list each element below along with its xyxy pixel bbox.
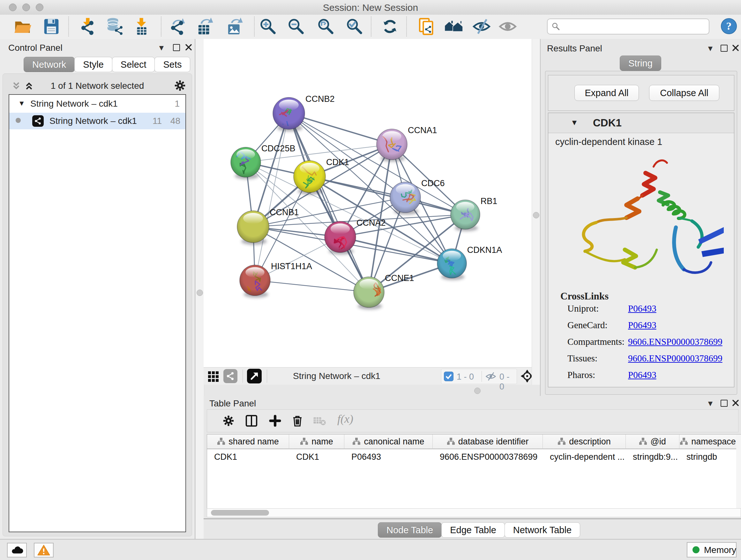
- warning-status-button[interactable]: [34, 543, 54, 557]
- gene-collapse-icon[interactable]: ▼: [570, 118, 578, 127]
- network-options-gear-icon[interactable]: [173, 79, 187, 92]
- detach-view-icon[interactable]: [247, 369, 262, 383]
- add-column-icon[interactable]: [268, 414, 282, 428]
- right-splitter-grip[interactable]: [533, 212, 539, 219]
- cloud-status-button[interactable]: [7, 543, 27, 557]
- cell-@id[interactable]: stringdb:9...: [626, 450, 679, 464]
- tab-node-table[interactable]: Node Table: [378, 522, 442, 538]
- edge-CCNA2-CDKN1A[interactable]: [340, 237, 452, 263]
- right-splitter[interactable]: [532, 39, 541, 385]
- node-HIST1H1A[interactable]: [240, 265, 270, 298]
- column-header-database-identifier[interactable]: database identifier: [433, 435, 543, 449]
- help-icon[interactable]: ?: [721, 18, 737, 35]
- table-panel-float-icon[interactable]: [721, 400, 728, 407]
- collapse-all-button[interactable]: Collapse All: [649, 85, 719, 101]
- crosslink-value[interactable]: P06493: [628, 303, 657, 314]
- hide-selected-eye-icon[interactable]: [472, 17, 491, 36]
- cell-namespace[interactable]: stringdb: [679, 450, 737, 464]
- clone-network-icon[interactable]: [416, 17, 434, 36]
- selected-checkbox-icon[interactable]: [444, 372, 454, 381]
- node-CDC25B[interactable]: [231, 147, 261, 179]
- node-RB1[interactable]: [451, 200, 480, 231]
- show-all-eye-icon[interactable]: [498, 17, 517, 36]
- tab-select[interactable]: Select: [112, 57, 155, 72]
- delete-table-icon[interactable]: [313, 415, 327, 427]
- gene-section-header[interactable]: ▼ CDK1: [548, 113, 734, 133]
- export-network-icon[interactable]: [168, 17, 187, 36]
- search-input[interactable]: [563, 20, 704, 33]
- horizontal-splitter-grip[interactable]: [474, 388, 481, 394]
- delete-column-trash-icon[interactable]: [291, 414, 304, 428]
- show-columns-icon[interactable]: [245, 414, 258, 428]
- control-panel-menu-icon[interactable]: ▼: [158, 44, 165, 52]
- node-CCNA1[interactable]: [377, 129, 407, 162]
- network-graph[interactable]: CCNB2CCNA1CDC25BCDK1CDC6RB1CCNB1CCNA2CDK…: [204, 39, 532, 368]
- table-horizontal-scrollbar[interactable]: [207, 508, 741, 517]
- cell-description[interactable]: cyclin-dependent ...: [543, 450, 626, 464]
- column-header-shared-name[interactable]: shared name: [207, 435, 289, 449]
- cell-database-identifier[interactable]: 9606.ENSP00000378699: [433, 450, 543, 464]
- node-CCNB1[interactable]: [237, 211, 269, 245]
- crosslink-value[interactable]: 9606.ENSP00000378699: [628, 353, 723, 364]
- network-collection-row[interactable]: ▼ String Network – cdk1 1: [9, 96, 185, 112]
- column-header-canonical-name[interactable]: canonical name: [344, 435, 433, 449]
- node-CDC6[interactable]: [390, 182, 421, 215]
- results-panel-float-icon[interactable]: [721, 45, 728, 52]
- zoom-fit-icon[interactable]: [317, 17, 335, 36]
- first-neighbors-icon[interactable]: [444, 17, 463, 36]
- export-image-icon[interactable]: [225, 17, 244, 36]
- crosslink-value[interactable]: 9606.ENSP00000378699: [628, 336, 723, 347]
- control-panel-float-icon[interactable]: [173, 44, 180, 51]
- network-canvas[interactable]: CCNB2CCNA1CDC25BCDK1CDC6RB1CCNB1CCNA2CDK…: [204, 39, 532, 385]
- function-builder-icon[interactable]: f(x): [337, 412, 353, 426]
- hidden-eye-icon[interactable]: [485, 372, 496, 381]
- node-CDK1[interactable]: [293, 161, 326, 195]
- left-splitter[interactable]: [195, 39, 204, 539]
- import-network-icon[interactable]: [78, 17, 97, 36]
- tab-style[interactable]: Style: [74, 57, 112, 72]
- crosslink-value[interactable]: P06493: [628, 370, 657, 380]
- table-panel-menu-icon[interactable]: ▼: [706, 399, 714, 408]
- import-network-database-icon[interactable]: [105, 17, 124, 36]
- column-header-name[interactable]: name: [289, 435, 344, 449]
- cell-name[interactable]: CDK1: [289, 450, 344, 464]
- tab-edge-table[interactable]: Edge Table: [441, 522, 505, 538]
- cell-canonical-name[interactable]: P06493: [344, 450, 433, 464]
- refresh-icon[interactable]: [381, 17, 399, 36]
- node-CDKN1A[interactable]: [437, 249, 467, 280]
- zoom-out-icon[interactable]: [287, 17, 306, 36]
- save-session-icon[interactable]: [42, 17, 61, 36]
- edge-CCNB2-HIST1H1A[interactable]: [255, 113, 289, 280]
- share-view-icon[interactable]: [223, 369, 238, 383]
- table-vertical-scrollbar[interactable]: [736, 434, 741, 509]
- import-table-icon[interactable]: [132, 17, 151, 36]
- node-CCNB2[interactable]: [273, 98, 305, 132]
- tab-network[interactable]: Network: [23, 57, 75, 72]
- crosslink-value[interactable]: P06493: [628, 320, 657, 330]
- zoom-in-icon[interactable]: [259, 17, 277, 36]
- left-splitter-grip[interactable]: [197, 290, 203, 296]
- results-panel-close-icon[interactable]: [732, 44, 739, 51]
- table-panel-close-icon[interactable]: [732, 399, 739, 407]
- tab-sets[interactable]: Sets: [154, 57, 190, 72]
- control-panel-close-icon[interactable]: [185, 44, 192, 51]
- zoom-selected-icon[interactable]: [345, 17, 364, 36]
- results-tab-string[interactable]: String: [620, 56, 661, 71]
- open-session-icon[interactable]: [13, 17, 32, 36]
- column-header-namespace[interactable]: namespace: [679, 435, 737, 449]
- cell-shared-name[interactable]: CDK1: [207, 450, 289, 464]
- node-CCNE1[interactable]: [354, 277, 384, 310]
- export-table-icon[interactable]: [196, 17, 214, 36]
- table-hscroll-thumb[interactable]: [211, 510, 269, 516]
- collection-expand-icon[interactable]: ▼: [18, 99, 25, 108]
- expand-all-button[interactable]: Expand All: [575, 85, 639, 101]
- results-panel-menu-icon[interactable]: ▼: [706, 44, 714, 53]
- network-row[interactable]: String Network – cdk1 11 48: [9, 113, 185, 129]
- memory-button[interactable]: Memory: [687, 542, 737, 557]
- column-header-@id[interactable]: @id: [626, 435, 679, 449]
- column-header-description[interactable]: description: [543, 435, 626, 449]
- node-CCNA2[interactable]: [325, 221, 356, 255]
- grid-view-icon[interactable]: [207, 370, 220, 383]
- table-options-gear-icon[interactable]: [222, 414, 235, 428]
- tab-network-table[interactable]: Network Table: [504, 522, 580, 538]
